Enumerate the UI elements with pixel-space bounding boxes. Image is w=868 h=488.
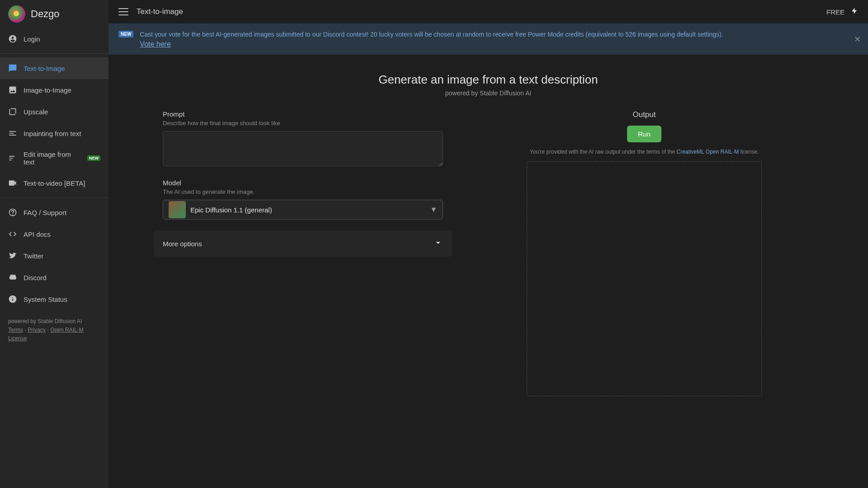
sidebar-item-edit-image[interactable]: Edit image from text NEW <box>0 144 108 172</box>
sidebar-footer: powered by Stable Diffusion AI Terms - P… <box>0 310 108 351</box>
menu-icon[interactable] <box>118 7 128 17</box>
chat-icon <box>8 64 17 73</box>
free-mode-label[interactable]: FREE <box>826 8 844 16</box>
more-options-label: More options <box>163 240 202 248</box>
sidebar-header: Dezgo <box>0 0 108 28</box>
content-title: Generate an image from a text descriptio… <box>378 73 598 87</box>
sidebar-item-label: Login <box>24 35 40 43</box>
run-button[interactable]: Run <box>627 126 661 142</box>
close-icon[interactable]: ✕ <box>854 34 861 44</box>
sidebar-item-twitter[interactable]: Twitter <box>0 245 108 267</box>
user-circle-icon <box>8 34 17 43</box>
more-options-toggle[interactable]: More options <box>154 230 452 257</box>
model-label: Model <box>163 179 443 187</box>
model-selected: Epic Diffusion 1.1 (general) <box>190 206 425 214</box>
sidebar-item-login[interactable]: Login <box>0 28 108 50</box>
model-hint: The AI used to generate the image. <box>163 188 443 195</box>
sidebar-item-label: Upscale <box>24 108 48 116</box>
lines-icon <box>8 129 17 138</box>
divider <box>0 53 108 54</box>
footer-privacy-link[interactable]: Privacy <box>28 327 45 333</box>
model-thumbnail-icon <box>169 201 186 218</box>
content-header: Generate an image from a text descriptio… <box>378 73 598 97</box>
output-title: Output <box>632 110 656 119</box>
sidebar-item-api[interactable]: API docs <box>0 223 108 245</box>
announcement-banner: NEW Cast your vote for the best AI-gener… <box>108 23 868 55</box>
sidebar-item-label: Image-to-Image <box>24 86 71 94</box>
banner-vote-link[interactable]: Vote here <box>140 40 723 48</box>
video-icon <box>8 178 17 188</box>
footer-terms-link[interactable]: Terms <box>8 327 23 333</box>
sidebar-item-label: Twitter <box>24 252 43 260</box>
output-panel: Output Run You're provided with the AI r… <box>475 110 814 396</box>
twitter-icon <box>8 251 17 260</box>
sidebar-item-label: Inpainting from text <box>24 130 81 137</box>
prompt-input[interactable] <box>163 131 443 166</box>
sidebar-item-label: Text-to-Image <box>24 65 65 72</box>
sort-icon <box>8 154 17 163</box>
sidebar-item-text-to-video[interactable]: Text-to-video [BETA] <box>0 172 108 194</box>
sidebar-item-label: Edit image from text <box>24 150 80 166</box>
chevron-down-icon <box>433 238 443 249</box>
topbar: Text-to-image FREE <box>108 0 868 23</box>
banner-text: Cast your vote for the best AI-generated… <box>140 31 723 38</box>
logo-icon <box>8 5 25 23</box>
output-image-placeholder <box>527 161 762 396</box>
content: Generate an image from a text descriptio… <box>108 55 868 488</box>
sidebar-item-image-to-image[interactable]: Image-to-Image <box>0 79 108 101</box>
sidebar-item-text-to-image[interactable]: Text-to-Image <box>0 57 108 79</box>
sidebar-item-label: Text-to-video [BETA] <box>24 179 85 187</box>
sidebar: Dezgo Login Text-to-Image Image-to-Image <box>0 0 108 488</box>
content-subtitle: powered by Stable Diffusion AI <box>378 89 598 97</box>
input-panel: Prompt Describe how the final image shou… <box>163 110 443 396</box>
page-title: Text-to-image <box>137 7 183 16</box>
brand-name: Dezgo <box>31 8 60 20</box>
sidebar-item-faq[interactable]: FAQ / Support <box>0 202 108 223</box>
divider <box>0 197 108 198</box>
sidebar-item-inpainting[interactable]: Inpainting from text <box>0 122 108 144</box>
license-link[interactable]: CreativeML Open RAIL-M <box>677 149 739 155</box>
license-text: You're provided with the AI raw output u… <box>530 149 759 155</box>
discord-icon <box>8 273 17 282</box>
image-icon <box>8 85 17 94</box>
new-badge: NEW <box>118 31 133 38</box>
crop-icon <box>8 107 17 116</box>
footer-powered: powered by Stable Diffusion AI <box>8 317 100 326</box>
main: Text-to-image FREE NEW Cast your vote fo… <box>108 0 868 488</box>
info-icon <box>8 295 17 304</box>
bolt-icon[interactable] <box>851 6 858 17</box>
sidebar-item-label: System Status <box>24 296 67 303</box>
sidebar-item-status[interactable]: System Status <box>0 288 108 310</box>
sidebar-item-upscale[interactable]: Upscale <box>0 101 108 122</box>
model-select[interactable]: Epic Diffusion 1.1 (general) ▼ <box>163 200 443 220</box>
code-icon <box>8 230 17 239</box>
sidebar-item-discord[interactable]: Discord <box>0 267 108 288</box>
new-badge: NEW <box>87 155 100 161</box>
prompt-label: Prompt <box>163 110 443 118</box>
sidebar-item-label: Discord <box>24 274 47 282</box>
prompt-hint: Describe how the final image should look… <box>163 120 443 127</box>
sidebar-item-label: API docs <box>24 230 51 238</box>
sidebar-item-label: FAQ / Support <box>24 209 66 216</box>
help-icon <box>8 208 17 217</box>
dropdown-icon: ▼ <box>430 206 437 214</box>
